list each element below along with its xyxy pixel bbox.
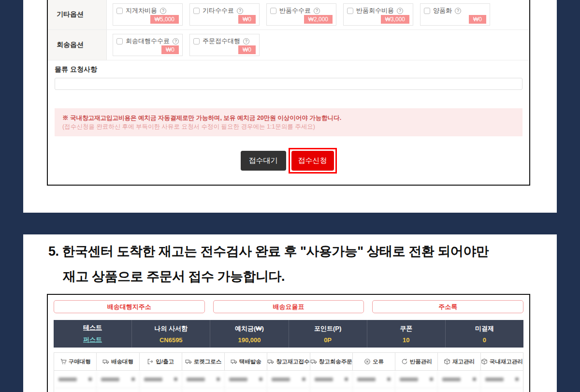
menu-inbound-outbound[interactable]: 입/출고: [140, 353, 182, 371]
account-col-mailbox: 나의 사서함 CN6595: [131, 320, 210, 348]
submit-button[interactable]: 접수신청: [291, 151, 334, 171]
blurred-menu-item[interactable]: [310, 388, 353, 392]
blurred-menu-item[interactable]: [182, 371, 225, 388]
fee-badge: ₩0: [238, 45, 256, 54]
option-card: 지게차비용 ? ₩5,000: [113, 3, 183, 26]
row-label: 회송옵션: [48, 30, 107, 60]
main-menu-row: 구매대행 배송대행 입/출고: [54, 353, 523, 371]
menu-parcel-delivery[interactable]: 택배발송: [225, 353, 267, 371]
blurred-menu-item[interactable]: [225, 371, 267, 388]
blurred-menu-item[interactable]: [140, 371, 182, 388]
blurred-menu-item[interactable]: [267, 371, 310, 388]
tab-shipping-rates[interactable]: 배송요율표: [213, 300, 364, 313]
return-options-cards: 회송대행수수료 ? ₩0 주문접수대행 ? ₩0: [107, 30, 260, 60]
account-label: 미결제: [475, 324, 494, 333]
option-label: 반품회수비용: [356, 6, 394, 15]
question-icon[interactable]: ?: [237, 8, 243, 14]
question-icon[interactable]: ?: [243, 38, 249, 44]
truck-icon: [310, 358, 317, 365]
checkbox[interactable]: [424, 8, 430, 14]
question-icon[interactable]: ?: [455, 8, 461, 14]
truck-icon: [185, 358, 192, 365]
question-icon[interactable]: ?: [314, 8, 320, 14]
request-input[interactable]: [55, 78, 522, 90]
account-col-deposit: 예치금(₩) 190,000: [210, 320, 288, 348]
tab-address-book[interactable]: 주소록: [372, 300, 523, 313]
menu-label: 반품관리: [410, 358, 432, 365]
guide-page: 기타옵션 지게차비용 ? ₩5,000 기타수수료 ?: [0, 0, 580, 392]
checkbox[interactable]: [347, 8, 353, 14]
fee-badge: ₩2,000: [304, 15, 333, 24]
other-options-cards: 지게차비용 ? ₩5,000 기타수수료 ? ₩0: [107, 0, 490, 29]
account-summary-bar: 테스트 퍼스트 나의 사서함 CN6595 예치금(₩) 190,000 포인트…: [54, 320, 523, 348]
menu-label: 창고재고접수: [276, 358, 309, 365]
checkbox[interactable]: [116, 8, 123, 14]
blurred-menu-item[interactable]: [54, 371, 97, 388]
account-label: 포인트(P): [314, 324, 341, 333]
question-icon[interactable]: ?: [160, 8, 166, 14]
menu-shipping-agency[interactable]: 배송대행: [97, 353, 139, 371]
checkbox[interactable]: [270, 8, 276, 14]
menu-returns-management[interactable]: 반품관리: [395, 353, 438, 371]
menu-errors[interactable]: 오류: [353, 353, 395, 371]
checkbox[interactable]: [193, 8, 200, 14]
step5-line2: 재고 상품으로 주문서 접수 가능합니다.: [63, 268, 489, 285]
blurred-menu-item[interactable]: [353, 371, 395, 388]
account-col-coupons: 쿠폰 10: [367, 320, 445, 348]
blurred-menu-item[interactable]: [310, 371, 353, 388]
menu-purchase-agency[interactable]: 구매대행: [54, 353, 97, 371]
account-value: 10: [403, 336, 409, 344]
account-value: 190,000: [238, 336, 261, 344]
blurred-menu-item[interactable]: [438, 371, 480, 388]
question-icon[interactable]: ?: [173, 38, 179, 44]
menu-warehouse-stock-intake[interactable]: 창고재고접수: [267, 353, 310, 371]
blurred-menu-item[interactable]: [97, 388, 139, 392]
wait-button[interactable]: 접수대기: [241, 151, 286, 171]
blurred-menu-item[interactable]: [481, 388, 523, 392]
menu-rocket-growth[interactable]: 로켓그로스: [182, 353, 225, 371]
package-icon: [481, 358, 488, 365]
account-user-name[interactable]: 테스트: [83, 323, 102, 332]
request-label: 물류 요청사항: [55, 65, 522, 74]
dashboard-tabs: 배송대행지주소 배송요율표 주소록: [54, 300, 523, 313]
dashboard-box: 배송대행지주소 배송요율표 주소록 테스트 퍼스트 나의 사서함 CN6595 …: [47, 294, 530, 392]
question-icon[interactable]: ?: [397, 8, 403, 14]
option-card: 반품회수비용 ? ₩3,000: [343, 3, 413, 26]
blurred-menu-item[interactable]: [97, 371, 139, 388]
blurred-menu-item[interactable]: [353, 388, 395, 392]
blurred-menu-item[interactable]: [438, 388, 480, 392]
option-card: 기타수수료 ? ₩0: [189, 3, 260, 26]
checkbox[interactable]: [116, 38, 123, 44]
menu-label: 창고회송주문: [319, 358, 352, 365]
menu-label: 배송대행: [111, 358, 133, 365]
blurred-menu-item[interactable]: [54, 388, 97, 392]
tab-shipping-address[interactable]: 배송대행지주소: [54, 300, 205, 313]
row-label: 기타옵션: [48, 0, 107, 29]
menu-stock-management[interactable]: 재고관리: [438, 353, 480, 371]
truck-icon: [267, 358, 274, 365]
blurred-menu-item[interactable]: [140, 388, 182, 392]
truck-icon: [231, 358, 237, 365]
package-icon: [444, 358, 450, 365]
menu-domestic-stock-management[interactable]: 국내재고관리: [481, 353, 523, 371]
account-value: 0P: [324, 336, 332, 344]
menu-warehouse-return-order[interactable]: 창고회송주문: [310, 353, 353, 371]
blurred-submenu-row: [54, 371, 523, 388]
account-col-unpaid: 미결제 0: [445, 320, 523, 348]
notice-line-strong: ※ 국내창고재고입고비용은 예치금 자동결제로만 가능하며, 보유 예치금 20…: [62, 114, 515, 122]
account-label: 예치금(₩): [235, 324, 264, 333]
menu-label: 구매대행: [69, 358, 91, 365]
account-user-grade[interactable]: 퍼스트: [83, 335, 102, 344]
checkbox[interactable]: [193, 38, 200, 44]
account-label: 쿠폰: [400, 324, 412, 333]
blurred-menu-item[interactable]: [225, 388, 267, 392]
blurred-menu-item[interactable]: [395, 388, 438, 392]
form-actions: 접수대기 접수신청: [48, 148, 529, 174]
blurred-menu-item[interactable]: [395, 371, 438, 388]
blurred-menu-item[interactable]: [481, 371, 523, 388]
option-card: 회송대행수수료 ? ₩0: [113, 34, 183, 56]
option-label: 기타수수료: [203, 6, 234, 15]
blurred-menu-item[interactable]: [267, 388, 310, 392]
option-label: 회송대행수수료: [126, 37, 170, 45]
blurred-menu-item[interactable]: [182, 388, 225, 392]
